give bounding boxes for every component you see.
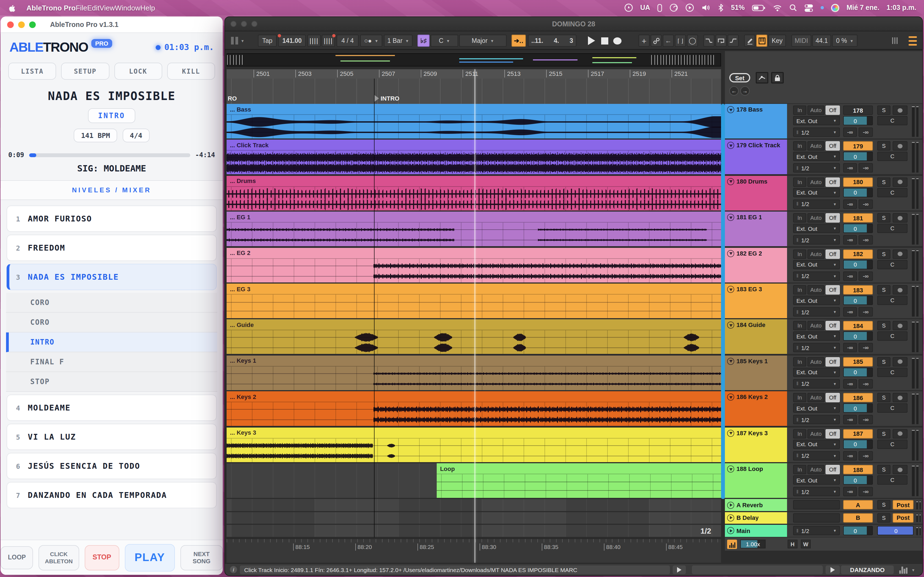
return-header[interactable]: Main bbox=[725, 525, 787, 537]
volume-field[interactable]: 0 bbox=[843, 152, 873, 161]
monitor-in-button[interactable]: In bbox=[793, 357, 806, 366]
monitor-auto-button[interactable]: Auto bbox=[808, 393, 824, 402]
monitor-off-button[interactable]: Off bbox=[825, 465, 840, 474]
monitor-in-button[interactable]: In bbox=[793, 465, 806, 474]
section-item-stop[interactable]: STOP bbox=[6, 372, 217, 392]
vertical-scrollbar[interactable] bbox=[721, 104, 725, 499]
collapse-icon[interactable] bbox=[727, 286, 734, 293]
send-a-field[interactable]: -∞ bbox=[843, 343, 857, 353]
volume-field[interactable]: 0 bbox=[843, 224, 873, 233]
loop-button[interactable]: LOOP bbox=[0, 546, 33, 569]
arm-button[interactable] bbox=[893, 142, 908, 151]
solo-button[interactable]: S bbox=[877, 393, 890, 402]
bluetooth-icon[interactable] bbox=[718, 3, 724, 12]
track-header[interactable]: 185 Keys 1 bbox=[725, 356, 787, 390]
key-map-button[interactable]: Key bbox=[768, 35, 786, 47]
output-routing-menu[interactable]: Ext. Out▼ bbox=[793, 116, 840, 125]
arm-button[interactable] bbox=[893, 321, 908, 330]
track-header[interactable]: 181 EG 1 bbox=[725, 211, 787, 246]
next-song-field[interactable]: DANZANDO bbox=[841, 566, 894, 574]
collapse-icon[interactable] bbox=[727, 178, 734, 185]
monitor-in-button[interactable]: In bbox=[793, 177, 806, 187]
input-channel-field[interactable]: 182 bbox=[843, 249, 873, 259]
send-b-field[interactable]: -∞ bbox=[859, 379, 873, 388]
battery-icon[interactable] bbox=[752, 3, 766, 12]
nudge-up-button[interactable]: |||| bbox=[322, 35, 335, 47]
tap-tempo-button[interactable]: Tap bbox=[258, 35, 277, 47]
pan-field[interactable]: C bbox=[877, 259, 908, 269]
bar-ruler[interactable]: 2501250325052507250925112513251525172519… bbox=[226, 69, 721, 79]
zoom-button[interactable] bbox=[29, 21, 36, 28]
follow-button[interactable]: ➔‥ bbox=[512, 35, 526, 47]
key-signature-button[interactable]: ♭♯ bbox=[417, 35, 430, 47]
track-row-keys-2[interactable]: ... Keys 2 bbox=[226, 391, 721, 426]
apple-menu-icon[interactable] bbox=[8, 3, 16, 12]
track-row-click-track[interactable]: ... Click Track bbox=[226, 140, 721, 174]
nav-button-lock[interactable]: LOCK bbox=[114, 63, 162, 80]
output-channel-menu[interactable]: ‖1/2▼ bbox=[793, 487, 840, 496]
send-a-field[interactable]: -∞ bbox=[843, 200, 857, 209]
input-channel-field[interactable]: 184 bbox=[843, 321, 873, 330]
chevron-down-icon[interactable]: ▼ bbox=[911, 568, 915, 572]
setlist-item-5[interactable]: 5VI LA LUZ bbox=[6, 424, 217, 450]
send-b-field[interactable]: -∞ bbox=[859, 451, 873, 460]
solo-button[interactable]: S bbox=[877, 357, 890, 366]
menu-item-file[interactable]: File bbox=[76, 3, 87, 12]
link-chain-icon[interactable] bbox=[651, 35, 662, 47]
collapse-icon[interactable] bbox=[727, 429, 734, 437]
track-header[interactable]: 178 Bass bbox=[725, 104, 787, 139]
monitor-auto-button[interactable]: Auto bbox=[808, 177, 824, 187]
nudge-down-button[interactable]: |||| bbox=[307, 35, 321, 47]
monitor-auto-button[interactable]: Auto bbox=[808, 142, 824, 151]
pan-field[interactable]: C bbox=[877, 224, 908, 233]
arm-button[interactable] bbox=[893, 285, 908, 295]
monitor-auto-button[interactable]: Auto bbox=[808, 285, 824, 295]
send-b-field[interactable]: -∞ bbox=[859, 487, 873, 496]
pan-field[interactable]: C bbox=[877, 116, 908, 125]
return-channel-field[interactable]: A bbox=[843, 500, 873, 510]
output-routing-menu[interactable]: Ext. Out▼ bbox=[793, 224, 840, 233]
output-channel-menu[interactable]: ‖1/2▼ bbox=[793, 415, 840, 424]
arm-button[interactable] bbox=[893, 393, 908, 402]
track-row-eg-3[interactable]: ... EG 3 bbox=[226, 284, 721, 318]
notification-dot[interactable] bbox=[821, 6, 824, 9]
track-row-eg-1[interactable]: ... EG 1 bbox=[226, 211, 721, 246]
collapse-icon[interactable] bbox=[727, 358, 734, 365]
monitor-off-button[interactable]: Off bbox=[825, 429, 840, 438]
pan-field[interactable]: C bbox=[877, 332, 908, 341]
menu-item-help[interactable]: Help bbox=[140, 3, 155, 12]
volume-field[interactable]: 0 bbox=[843, 188, 873, 197]
draw-automation-icon[interactable] bbox=[756, 72, 768, 84]
monitor-auto-button[interactable]: Auto bbox=[808, 321, 824, 330]
output-channel-menu[interactable]: ‖1/2▼ bbox=[793, 127, 840, 137]
track-row-bass[interactable]: ... Bass bbox=[226, 104, 721, 139]
volume-field[interactable]: 0 bbox=[843, 475, 873, 485]
post-button[interactable]: Post bbox=[893, 500, 914, 510]
beat-grid[interactable] bbox=[226, 79, 721, 104]
monitor-off-button[interactable]: Off bbox=[825, 105, 840, 115]
input-channel-field[interactable]: 186 bbox=[843, 393, 873, 402]
monitor-in-button[interactable]: In bbox=[793, 321, 806, 330]
solo-button[interactable]: S bbox=[877, 465, 890, 474]
arm-button[interactable] bbox=[893, 249, 908, 259]
track-header[interactable]: 187 Keys 3 bbox=[725, 427, 787, 462]
section-item-coro[interactable]: CORO bbox=[6, 293, 217, 313]
input-channel-field[interactable]: 188 bbox=[843, 465, 873, 474]
send-a-field[interactable]: -∞ bbox=[843, 271, 857, 280]
track-row-drums[interactable]: ... Drums bbox=[226, 176, 721, 211]
send-b-field[interactable]: -∞ bbox=[859, 200, 873, 209]
input-channel-field[interactable]: 183 bbox=[843, 285, 873, 295]
send-a-field[interactable]: -∞ bbox=[843, 487, 857, 496]
setlist-item-4[interactable]: 4MOLDEAME bbox=[6, 395, 217, 421]
collapse-icon[interactable] bbox=[727, 393, 734, 401]
menu-item-edit[interactable]: Edit bbox=[87, 3, 100, 12]
pan-field[interactable]: C bbox=[877, 188, 908, 197]
track-header[interactable]: 184 Guide bbox=[725, 319, 787, 354]
output-routing-menu[interactable]: Ext. Out▼ bbox=[793, 332, 840, 341]
arm-button[interactable] bbox=[893, 357, 908, 366]
mixer-link[interactable]: NIVELES / MIXER bbox=[0, 180, 223, 200]
time-signature-field[interactable]: 4 / 4 bbox=[337, 35, 359, 47]
input-channel-field[interactable]: 178 bbox=[843, 105, 873, 115]
battery-vertical-icon[interactable] bbox=[657, 3, 662, 12]
return-routing-menu[interactable] bbox=[793, 513, 840, 522]
